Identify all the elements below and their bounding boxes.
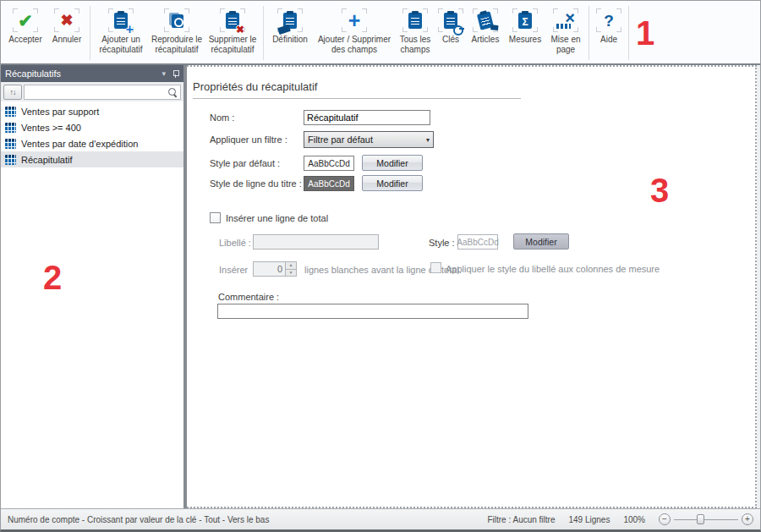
label-style-modify-button[interactable]: Modifier — [513, 233, 569, 250]
toolbar-button-label: Mesures — [509, 35, 541, 45]
style-label: Style : — [429, 238, 455, 248]
annotation-2: 2 — [43, 261, 62, 294]
annotation-3: 3 — [650, 173, 669, 207]
status-right-cluster: Filtre : Aucun filtre 149 Lignes 100% − … — [487, 513, 753, 525]
measures-button[interactable]: Σ Mesures — [505, 3, 545, 63]
insert-label: Insérer — [219, 265, 248, 275]
add-remove-fields-button[interactable]: + Ajouter / Supprimer des champs — [314, 3, 395, 63]
panel-title: Propriétés du récapitulatif — [193, 80, 317, 93]
default-style-modify-button[interactable]: Modifier — [362, 155, 423, 171]
cancel-button[interactable]: ✖ Annuler — [47, 3, 87, 63]
comment-label: Commentaire : — [218, 292, 279, 302]
sidebar-header: Récapitulatifs ▾ — [1, 65, 183, 82]
spinner-up-button[interactable]: ▲ — [286, 261, 297, 270]
help-icon: ? — [596, 8, 621, 32]
toolbar-button-label: Définition — [272, 35, 308, 45]
toolbar-button-label: Reproduire le récapitulatif — [149, 35, 205, 54]
total-line-checkbox-label: Insérer une ligne de total — [226, 213, 328, 223]
comment-input[interactable] — [217, 304, 528, 319]
pin-icon[interactable] — [172, 69, 179, 79]
all-fields-button[interactable]: Tous les champs — [395, 3, 435, 63]
title-style-label: Style de ligne du titre : — [210, 178, 302, 189]
page-layout-button[interactable]: × Mise en page — [545, 3, 586, 63]
summaries-sidebar: Récapitulatifs ▾ ↑↓ Ventes par support V… — [1, 65, 183, 508]
summary-table-icon — [5, 123, 16, 133]
list-item[interactable]: Ventes par date d'expédition — [1, 135, 183, 151]
list-item-label: Ventes >= 400 — [21, 123, 81, 133]
toolbar-button-label: Ajouter / Supprimer des champs — [314, 35, 395, 54]
definition-button[interactable]: Définition — [266, 3, 314, 63]
zoom-control: − + — [659, 513, 753, 525]
toolbar-separator — [628, 6, 629, 60]
summaries-list: Ventes par support Ventes >= 400 Ventes … — [1, 101, 183, 508]
toolbar-button-label: Articles — [472, 35, 500, 45]
summary-table-icon — [5, 155, 16, 165]
status-filter-text: Filtre : Aucun filtre — [487, 515, 555, 524]
keys-icon — [438, 8, 463, 32]
toolbar-button-label: Tous les champs — [395, 35, 435, 54]
list-item-label: Ventes par support — [21, 107, 99, 117]
help-button[interactable]: ? Aide — [592, 3, 626, 63]
toolbar-button-label: Mise en page — [545, 35, 586, 54]
toolbar-button-label: Accepter — [8, 35, 41, 45]
annotation-1: 1 — [636, 16, 654, 50]
zoom-in-button[interactable]: + — [742, 513, 753, 525]
summary-properties-window: ✔ Accepter ✖ Annuler + Ajouter un récapi… — [0, 0, 761, 532]
default-style-preview: AaBbCcDd — [304, 156, 354, 171]
page-layout-icon: × — [553, 8, 578, 32]
zoom-slider[interactable] — [674, 513, 738, 525]
sort-button[interactable]: ↑↓ — [3, 85, 22, 100]
total-line-checkbox[interactable] — [210, 212, 221, 223]
title-style-modify-button[interactable]: Modifier — [362, 175, 423, 191]
add-summary-button[interactable]: + Ajouter un récapitulatif — [93, 3, 149, 63]
toolbar-button-label: Aide — [600, 35, 617, 45]
label-field-label: Libellé : — [219, 238, 251, 248]
delete-summary-button[interactable]: ✖ Supprimer le récapitulatif — [205, 3, 260, 63]
definition-icon — [277, 8, 303, 32]
spinner-down-button[interactable]: ▼ — [286, 270, 297, 277]
cancel-icon: ✖ — [54, 8, 79, 32]
measures-icon: Σ — [512, 8, 538, 32]
duplicate-summary-button[interactable]: Reproduire le récapitulatif — [149, 3, 205, 63]
add-remove-fields-icon: + — [342, 8, 367, 32]
sidebar-search-row: ↑↓ — [1, 82, 183, 101]
sidebar-title: Récapitulatifs — [5, 69, 162, 79]
zoom-out-button[interactable]: − — [659, 513, 671, 525]
toolbar-button-label: Clés — [442, 35, 459, 45]
status-lines-text: 149 Lignes — [568, 515, 610, 524]
title-rule — [193, 98, 521, 99]
apply-style-checkbox[interactable] — [430, 262, 441, 273]
status-bar: Numéro de compte - Croissant par valeur … — [1, 508, 760, 529]
sidebar-search-input[interactable] — [25, 85, 167, 99]
chevron-down-icon[interactable]: ▾ — [162, 69, 166, 78]
zoom-slider-thumb[interactable] — [697, 514, 704, 524]
list-item-label: Récapitulatif — [21, 155, 73, 165]
toolbar-separator — [589, 6, 589, 60]
name-input[interactable] — [304, 110, 430, 125]
search-icon — [167, 87, 178, 97]
summary-table-icon — [5, 107, 16, 117]
title-style-preview: AaBbCcDd — [304, 176, 354, 191]
name-label: Nom : — [210, 112, 234, 123]
status-zoom-text: 100% — [623, 515, 645, 524]
list-item-label: Ventes par date d'expédition — [21, 139, 138, 149]
accept-button[interactable]: ✔ Accepter — [4, 3, 47, 63]
properties-panel: Propriétés du récapitulatif Nom : Appliq… — [187, 65, 757, 508]
list-item[interactable]: Ventes par support — [1, 103, 183, 119]
articles-icon — [473, 8, 498, 32]
list-item[interactable]: Ventes >= 400 — [1, 119, 183, 135]
articles-button[interactable]: Articles — [466, 3, 505, 63]
spinner-value[interactable]: 0 — [253, 261, 286, 277]
status-sort-text: Numéro de compte - Croissant par valeur … — [8, 515, 269, 524]
filter-select[interactable]: Filtre par défaut ▾ — [304, 131, 434, 148]
filter-label: Appliquer un filtre : — [210, 134, 287, 145]
delete-summary-icon: ✖ — [220, 8, 245, 32]
label-input[interactable] — [253, 234, 379, 250]
label-style-preview: AaBbCcDd — [457, 234, 498, 250]
duplicate-summary-icon — [164, 8, 189, 32]
list-item-selected[interactable]: Récapitulatif — [1, 151, 183, 167]
apply-style-checkbox-label: Appliquer le style du libellé aux colonn… — [446, 264, 660, 274]
keys-button[interactable]: Clés — [435, 3, 466, 63]
add-summary-icon: + — [108, 8, 134, 32]
all-fields-icon — [402, 8, 428, 32]
